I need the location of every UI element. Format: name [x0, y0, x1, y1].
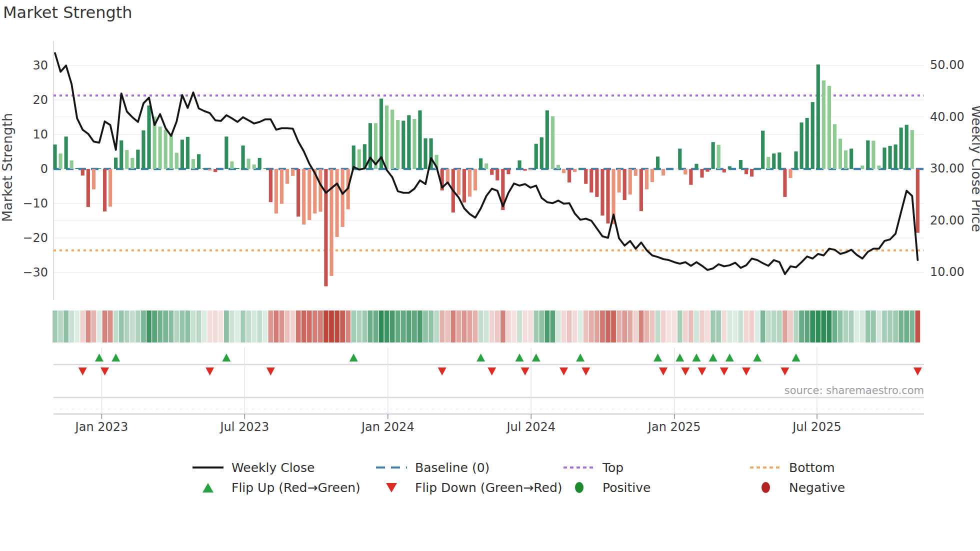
heatmap-cell: [312, 310, 318, 342]
flip-up-icon: [516, 354, 524, 362]
strength-bar: [684, 169, 687, 174]
strength-bar: [120, 140, 123, 169]
heatmap-cell: [716, 310, 721, 342]
strength-bar: [103, 169, 106, 212]
strength-bar: [551, 116, 554, 169]
heatmap-cell: [567, 310, 572, 342]
heatmap-cell: [772, 310, 776, 342]
heatmap-cell: [578, 310, 583, 342]
strength-bar: [352, 146, 356, 169]
legend-weekly-close: Weekly Close: [192, 459, 314, 476]
x-axis-tick: Jan 2025: [647, 420, 701, 434]
strength-bar: [324, 169, 328, 286]
strength-bar: [130, 158, 134, 169]
heatmap-cell: [694, 310, 699, 342]
right-axis-title: Weekly Close Price: [969, 105, 980, 232]
heatmap-cell: [240, 310, 246, 342]
heatmap-cell: [296, 310, 301, 342]
heatmap-cell: [562, 310, 566, 342]
strength-bar: [640, 169, 643, 211]
strength-bar: [258, 158, 262, 169]
left-axis-tick: −20: [22, 231, 48, 245]
heatmap-cell: [755, 310, 760, 342]
strength-bar: [274, 169, 278, 214]
heatmap-cell: [788, 310, 793, 342]
heatmap-cell: [710, 310, 716, 342]
strength-bar: [916, 169, 920, 233]
legend-label: Weekly Close: [232, 460, 314, 475]
strength-bar: [241, 146, 244, 169]
heatmap-cell: [860, 310, 865, 342]
strength-bar: [192, 159, 195, 169]
strength-bar: [252, 164, 256, 169]
page-title: Market Strength: [3, 3, 132, 22]
right-axis-tick: 40.00: [930, 110, 964, 124]
heatmap-cell: [191, 310, 196, 342]
strength-bar: [318, 169, 322, 212]
strength-bar: [147, 106, 150, 169]
heatmap-cell: [522, 310, 528, 342]
strength-bar: [236, 168, 239, 169]
strength-bar: [534, 144, 538, 169]
heatmap-cell: [92, 310, 96, 342]
strength-bar: [479, 158, 482, 169]
strength-bar: [866, 140, 870, 169]
strength-bar: [850, 148, 853, 169]
heatmap-cell: [252, 310, 256, 342]
heatmap-cell: [163, 310, 168, 342]
strength-bar: [860, 166, 864, 169]
heatmap-cell: [544, 310, 550, 342]
strength-bar: [142, 130, 145, 169]
strength-bar: [739, 160, 742, 169]
legend-flip-down: Flip Down (Green→Red): [375, 479, 562, 496]
heatmap-cell: [528, 310, 533, 342]
strength-bar: [828, 86, 831, 169]
strength-bar: [600, 169, 604, 216]
left-axis-tick: 10: [32, 128, 48, 142]
strength-bar: [844, 150, 848, 169]
strength-bar: [650, 169, 654, 182]
heatmap-cell: [915, 310, 920, 342]
strength-bar: [744, 169, 748, 174]
strength-bar: [689, 169, 692, 185]
heatmap-cell: [644, 310, 650, 342]
heatmap-cell: [849, 310, 854, 342]
strength-bar: [506, 169, 510, 174]
heatmap-cell: [589, 310, 594, 342]
flip-up-icon: [576, 354, 584, 362]
heatmap-cell: [434, 310, 439, 342]
flip-down-icon: [206, 368, 214, 376]
strength-bar: [524, 169, 527, 170]
heatmap-cell: [235, 310, 240, 342]
heatmap-cell: [351, 310, 356, 342]
heatmap-cell: [374, 310, 378, 342]
heatmap-cell: [406, 310, 412, 342]
heatmap-cell: [318, 310, 323, 342]
strength-bar: [706, 169, 709, 172]
strength-bar: [98, 168, 101, 169]
strength-bar: [628, 169, 632, 194]
strength-bar: [164, 130, 168, 169]
heatmap-cell: [64, 310, 68, 342]
strength-bar: [888, 146, 892, 169]
heatmap-cell: [368, 310, 373, 342]
strength-bar: [280, 169, 284, 204]
strength-bar: [645, 169, 648, 190]
heatmap-strip: [52, 310, 920, 342]
flip-down-icon: [438, 368, 446, 376]
heatmap-cell: [158, 310, 162, 342]
strength-bar: [64, 136, 68, 169]
strength-bar: [900, 128, 903, 169]
flip-up-icon: [95, 354, 104, 362]
x-axis-tick: Jan 2024: [360, 420, 414, 434]
strength-bar: [214, 169, 217, 172]
strength-bar: [468, 169, 472, 196]
heatmap-cell: [550, 310, 556, 342]
heatmap-cell: [440, 310, 444, 342]
legend-negative: Negative: [749, 479, 845, 496]
left-axis-tick: −10: [22, 196, 48, 210]
strength-bar: [788, 169, 792, 178]
heatmap-cell: [473, 310, 478, 342]
legend-row-2: Flip Up (Red→Green) Flip Down (Green→Red…: [0, 479, 980, 497]
heatmap-cell: [606, 310, 610, 342]
